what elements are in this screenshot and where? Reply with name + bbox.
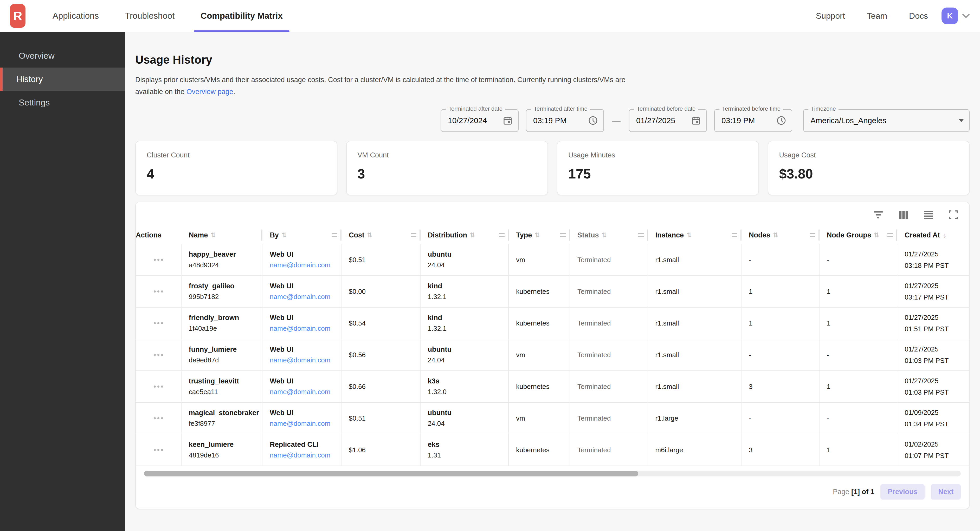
clock-icon[interactable] [776,115,786,126]
brand-logo[interactable]: R [10,4,25,28]
cluster-id: 995b7182 [189,293,258,301]
link-support[interactable]: Support [816,11,845,21]
created-at-cell: 01/27/2025 01:03 PM PST [897,371,969,402]
filter-icon[interactable] [872,210,884,220]
fullscreen-icon[interactable] [948,209,959,220]
row-actions-button[interactable] [151,414,166,422]
created-at-cell: 01/02/2025 01:07 PM PST [897,434,969,466]
timezone-select[interactable]: Timezone America/Los_Angeles [803,109,970,132]
sort-desc-icon[interactable]: ↓ [943,231,947,239]
column-header-node-groups[interactable]: Node Groups⇅ [819,227,897,244]
created-by-source: Web UI [270,282,337,290]
sidebar-item-history[interactable]: History [0,68,125,91]
actions-cell [136,308,181,339]
created-by-email-link[interactable]: name@domain.com [270,388,337,396]
instance-cell: r1.small [648,308,742,339]
status-cell: Terminated [570,276,648,307]
column-header-name[interactable]: Name⇅ [181,227,262,244]
by-cell: Web UI name@domain.com [262,276,342,307]
column-header-distribution[interactable]: Distribution⇅ [420,227,509,244]
created-by-email-link[interactable]: name@domain.com [270,261,337,269]
calendar-icon[interactable] [503,115,513,126]
row-actions-button[interactable] [151,256,166,264]
cluster-id: fe3f8977 [189,420,258,428]
page-description: Displays prior clusters/VMs and their as… [135,74,626,98]
sidebar-item-overview[interactable]: Overview [0,44,125,68]
tab-troubleshoot[interactable]: Troubleshoot [125,0,175,32]
created-by-email-link[interactable]: name@domain.com [270,451,337,459]
calendar-icon[interactable] [691,115,701,126]
created-by-email-link[interactable]: name@domain.com [270,293,337,301]
nodes-cell: - [741,339,819,371]
cost-cell: $0.66 [342,371,420,402]
column-menu-icon[interactable] [732,233,737,237]
user-menu[interactable]: K [942,8,970,24]
row-actions-button[interactable] [151,287,166,296]
node-groups-cell: 1 [819,434,897,466]
created-time: 01:34 PM PST [905,420,965,428]
created-by-email-link[interactable]: name@domain.com [270,420,337,428]
terminated-after-date-field[interactable]: Terminated after date 10/27/2024 [441,109,519,132]
more-horizontal-icon [154,417,156,419]
row-actions-button[interactable] [151,319,166,327]
sort-icon[interactable]: ⇅ [367,231,372,239]
sidebar: Overview History Settings [0,32,125,531]
tab-applications[interactable]: Applications [52,0,99,32]
column-header-by[interactable]: By⇅ [262,227,342,244]
created-by-email-link[interactable]: name@domain.com [270,325,337,333]
column-header-created-at[interactable]: Created At↓ [897,227,969,244]
distribution-cell: ubuntu 24.04 [420,244,509,275]
column-header-instance[interactable]: Instance⇅ [648,227,742,244]
column-header-cost[interactable]: Cost⇅ [342,227,420,244]
actions-cell [136,339,181,371]
column-menu-icon[interactable] [499,233,504,237]
previous-page-button[interactable]: Previous [880,484,924,499]
row-actions-button[interactable] [151,446,166,454]
table-row: happy_beaver a48d9324 Web UI name@domain… [136,244,969,276]
sidebar-item-settings[interactable]: Settings [0,91,125,114]
terminated-after-time-field[interactable]: Terminated after time 03:19 PM [526,109,604,132]
sort-icon[interactable]: ⇅ [210,231,216,239]
cluster-name: trusting_leavitt [189,377,258,385]
sort-icon[interactable]: ⇅ [535,231,540,239]
column-menu-icon[interactable] [888,233,893,237]
row-actions-button[interactable] [151,382,166,391]
columns-icon[interactable] [898,210,909,220]
terminated-before-date-field[interactable]: Terminated before date 01/27/2025 [629,109,707,132]
column-menu-icon[interactable] [560,233,566,237]
sort-icon[interactable]: ⇅ [686,231,692,239]
column-menu-icon[interactable] [410,233,417,237]
sort-icon[interactable]: ⇅ [282,231,286,239]
sort-icon[interactable]: ⇅ [874,231,879,239]
clock-icon[interactable] [588,115,598,126]
column-menu-icon[interactable] [810,233,815,237]
cost-cell: $0.00 [342,276,420,307]
density-icon[interactable] [923,210,934,220]
overview-page-link[interactable]: Overview page [186,88,233,96]
sort-icon[interactable]: ⇅ [773,231,778,239]
link-docs[interactable]: Docs [909,11,928,21]
table-row: funny_lumiere de9ed87d Web UI name@domai… [136,339,969,371]
column-header-nodes[interactable]: Nodes⇅ [741,227,819,244]
pagination: Page [1] of 1 Previous Next [136,476,969,499]
terminated-before-time-field[interactable]: Terminated before time 03:19 PM [714,109,792,132]
column-header-status[interactable]: Status⇅ [570,227,648,244]
created-by-email-link[interactable]: name@domain.com [270,356,337,364]
name-cell: happy_beaver a48d9324 [181,244,262,275]
created-time: 03:17 PM PST [905,293,965,302]
link-team[interactable]: Team [867,11,887,21]
table-row: trusting_leavitt cae5ea11 Web UI name@do… [136,371,969,403]
column-menu-icon[interactable] [332,233,337,237]
next-page-button[interactable]: Next [931,484,961,499]
more-horizontal-icon [154,322,156,324]
row-actions-button[interactable] [151,351,166,359]
sort-icon[interactable]: ⇅ [601,231,606,239]
tab-compatibility-matrix[interactable]: Compatibility Matrix [200,0,282,32]
status-cell: Terminated [570,371,648,402]
column-header-type[interactable]: Type⇅ [509,227,570,244]
scrollbar-thumb[interactable] [144,471,638,476]
sort-icon[interactable]: ⇅ [470,231,475,239]
created-by-source: Replicated CLI [270,441,337,449]
column-menu-icon[interactable] [638,233,644,237]
usage-history-page: R Applications Troubleshoot Compatibilit… [0,0,980,531]
